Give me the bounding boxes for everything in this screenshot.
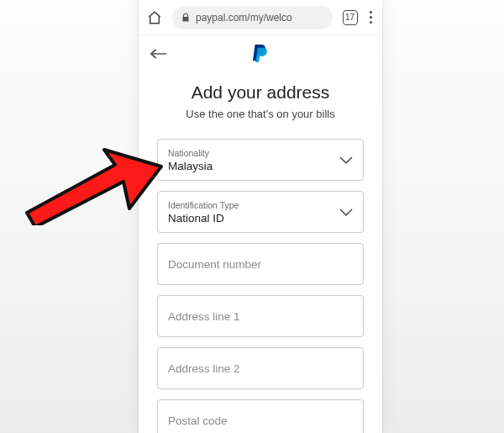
form-fields: Nationality Malaysia Identification Type… <box>157 139 364 433</box>
back-button[interactable] <box>150 47 167 61</box>
tab-switcher[interactable]: 17 <box>343 10 358 25</box>
postal-code-input[interactable]: Postal code <box>157 399 364 433</box>
identification-type-select[interactable]: Identification Type National ID <box>157 191 364 233</box>
page-content: Add your address Use the one that's on y… <box>139 72 382 433</box>
page-header <box>139 35 382 72</box>
chevron-down-icon <box>339 153 353 166</box>
page-subtitle: Use the one that's on your bills <box>157 108 364 120</box>
id-type-label: Identification Type <box>168 200 353 210</box>
page-title: Add your address <box>157 82 364 103</box>
postal-placeholder: Postal code <box>168 415 353 427</box>
address1-placeholder: Address line 1 <box>168 310 353 323</box>
address-line-1-input[interactable]: Address line 1 <box>157 295 364 337</box>
chevron-down-icon <box>339 205 353 219</box>
url-text: paypal.com/my/welco <box>196 12 292 24</box>
address2-placeholder: Address line 2 <box>168 362 353 375</box>
address-line-2-input[interactable]: Address line 2 <box>157 347 364 389</box>
paypal-logo-icon <box>251 43 270 65</box>
document-number-placeholder: Document number <box>168 258 353 271</box>
tab-count-value: 17 <box>345 13 354 22</box>
document-number-input[interactable]: Document number <box>157 243 364 285</box>
phone-frame: paypal.com/my/welco 17 Add your address … <box>139 0 382 433</box>
id-type-value: National ID <box>168 212 353 224</box>
home-icon[interactable] <box>147 10 162 25</box>
lock-icon <box>181 13 191 23</box>
nationality-value: Malaysia <box>168 160 353 172</box>
nationality-label: Nationality <box>168 148 353 158</box>
overflow-menu-icon[interactable] <box>368 9 375 26</box>
browser-toolbar: paypal.com/my/welco 17 <box>139 0 382 35</box>
address-bar[interactable]: paypal.com/my/welco <box>172 6 333 29</box>
nationality-select[interactable]: Nationality Malaysia <box>157 139 364 181</box>
